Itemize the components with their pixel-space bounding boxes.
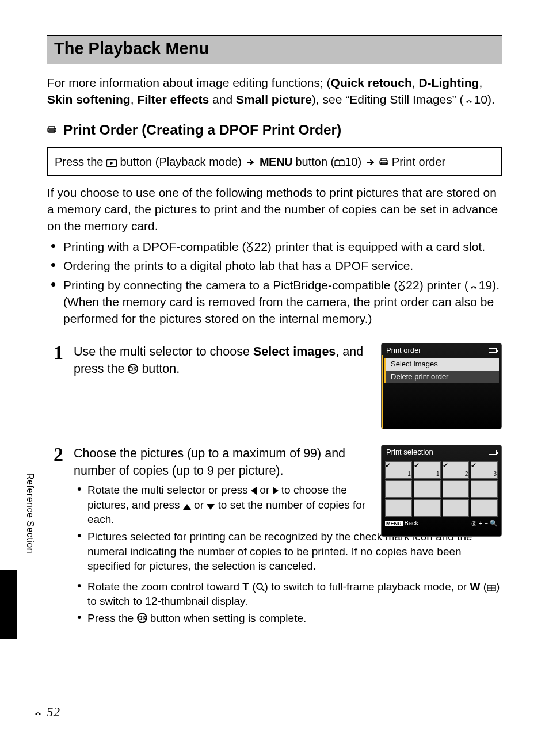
section-title: The Playback Menu — [54, 37, 495, 60]
list-item: Printing with a DPOF-compatible (22) pri… — [63, 238, 502, 255]
ok-button-icon — [137, 613, 147, 623]
lcd-back-label: Back — [405, 520, 418, 526]
list-item: Press the button when setting is complet… — [87, 611, 502, 626]
camera-lcd-print-order: Print order Select images Delete print o… — [381, 343, 502, 429]
battery-icon — [489, 450, 497, 455]
check-icon: ✔ — [385, 461, 391, 471]
step-2: 2 Choose the pictures (up to a maximum o… — [47, 445, 502, 628]
check-icon: ✔ — [471, 461, 476, 471]
lcd-thumbnail — [385, 499, 412, 517]
body-paragraph: If you choose to use one of the followin… — [47, 184, 502, 235]
arrow-right-icon — [367, 159, 374, 165]
glossary-icon — [398, 281, 406, 291]
lcd-thumbnail — [385, 480, 412, 498]
list-item: Printing by connecting the camera to a P… — [63, 277, 502, 327]
step-2-instruction: Choose the pictures (up to a maximum of … — [74, 445, 373, 479]
lcd-thumbnail: ✔2 — [443, 461, 470, 479]
camera-lcd-print-selection: Print selection ✔1✔1✔2✔3 MENU Back ◎ + −… — [381, 445, 502, 537]
lcd-thumbnail: ✔1 — [414, 461, 441, 479]
copy-count: 1 — [436, 470, 440, 478]
reference-link-icon — [464, 97, 474, 105]
menu-tag-icon: MENU — [385, 521, 403, 526]
intro-paragraph: For more information about image editing… — [47, 74, 502, 108]
print-order-icon — [47, 125, 59, 136]
step-1: 1 Use the multi selector to choose Selec… — [47, 343, 502, 429]
copy-count: 3 — [493, 470, 497, 478]
triangle-up-icon — [183, 504, 191, 510]
side-tab — [0, 570, 17, 639]
step-1-instruction: Use the multi selector to choose Select … — [74, 343, 371, 377]
triangle-left-icon — [251, 487, 257, 495]
arrow-right-icon — [247, 159, 254, 165]
list-item: Ordering the prints to a digital photo l… — [63, 257, 502, 274]
list-item: Rotate the zoom control toward T () to s… — [87, 579, 502, 609]
lcd-thumbnail: ✔1 — [385, 461, 412, 479]
triangle-down-icon — [207, 504, 215, 510]
lcd-thumbnail — [471, 499, 498, 517]
list-item: Rotate the multi selector or press or to… — [87, 483, 373, 527]
reference-link-icon — [33, 709, 45, 718]
lcd-thumbnail — [471, 480, 498, 498]
divider — [47, 338, 502, 338]
glossary-icon — [246, 242, 254, 252]
lcd-title: Print selection — [386, 447, 433, 457]
divider — [47, 440, 502, 440]
lcd-thumbnail: ✔3 — [471, 461, 498, 479]
breadcrumb-nav-box: Press the button (Playback mode) MENU bu… — [47, 147, 502, 176]
lcd-title: Print order — [386, 345, 421, 356]
side-section-label: Reference Section — [24, 473, 36, 553]
page-number: 52 — [33, 703, 60, 721]
lcd-thumbnail — [414, 480, 441, 498]
lcd-menu-item-selected: Select images — [384, 358, 499, 371]
menu-button-label: MENU — [260, 155, 292, 168]
reference-link-icon — [468, 282, 479, 291]
playback-button-icon — [106, 159, 117, 167]
book-ref-icon — [334, 159, 345, 167]
step-number: 2 — [47, 445, 63, 464]
section-header: The Playback Menu — [47, 35, 502, 64]
check-icon: ✔ — [414, 461, 420, 471]
lcd-controls-hint: ◎ + − 🔍 — [471, 519, 498, 528]
check-icon: ✔ — [443, 461, 448, 471]
lcd-menu-item: Delete print order — [384, 371, 499, 383]
triangle-right-icon — [273, 487, 279, 495]
copy-count: 1 — [407, 470, 411, 478]
ok-button-icon — [128, 364, 138, 374]
print-order-icon — [379, 158, 388, 167]
method-list: Printing with a DPOF-compatible (22) pri… — [47, 238, 502, 327]
step-number: 1 — [47, 343, 63, 362]
lcd-thumbnail — [443, 499, 470, 517]
magnifier-icon — [256, 583, 265, 591]
lcd-thumbnail — [443, 480, 470, 498]
subsection-heading: Print Order (Creating a DPOF Print Order… — [47, 120, 502, 140]
copy-count: 2 — [465, 470, 468, 478]
battery-icon — [489, 348, 497, 353]
lcd-thumbnail — [414, 499, 441, 517]
thumbnail-grid-icon — [487, 585, 496, 591]
